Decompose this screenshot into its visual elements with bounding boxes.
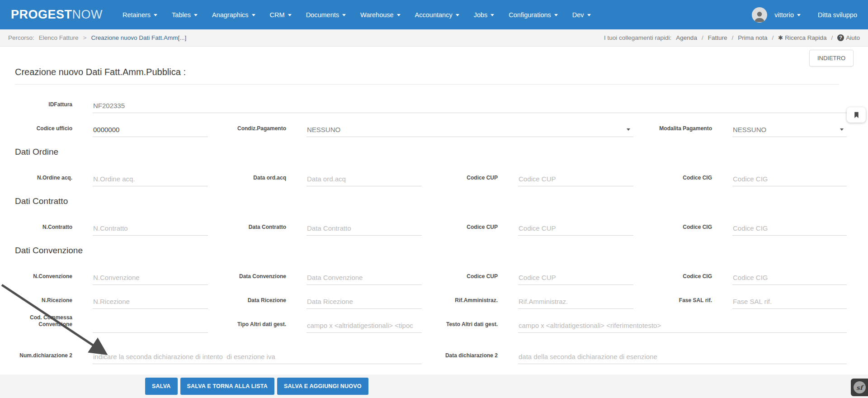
codice-cup-ordine-input[interactable]: [518, 173, 633, 186]
back-button[interactable]: INDIETRO: [809, 50, 854, 66]
form-row-pagamento: Codice ufficio Condiz.Pagamento NESSUNO …: [15, 113, 854, 137]
quick-link-label: Aiuto: [846, 34, 860, 41]
codice-ufficio-input[interactable]: [93, 123, 208, 137]
fase-sal-input[interactable]: [732, 295, 847, 309]
data-ord-input[interactable]: [307, 173, 422, 186]
data-contratto-label: Data Contratto: [208, 224, 307, 236]
codice-cig-contratto-label: Codice CIG: [633, 224, 732, 236]
data-dich2-label: Data dichiarazione 2: [422, 352, 518, 364]
menu-accountancy[interactable]: Accountancy: [408, 0, 467, 29]
data-convenzione-input[interactable]: [307, 271, 422, 285]
menu-label: Anagraphics: [212, 11, 249, 19]
tipo-altri-dati-label: Tipo Altri dati gest.: [208, 321, 307, 333]
data-contratto-input[interactable]: [307, 222, 422, 236]
breadcrumb-parent-link[interactable]: Elenco Fatture: [39, 34, 79, 41]
n-ricezione-input[interactable]: [93, 295, 208, 309]
n-ricezione-label: N.Ricezione: [15, 297, 93, 309]
num-dich2-input[interactable]: [93, 351, 422, 364]
breadcrumb: Percorso: Elenco Fatture > Creazione nuo…: [8, 34, 186, 41]
breadcrumb-separator: >: [83, 34, 87, 41]
codice-cup-contratto-input[interactable]: [518, 222, 633, 236]
data-ricezione-input[interactable]: [307, 295, 422, 309]
app-logo[interactable]: PROGESTNOW: [11, 8, 103, 22]
bookmark-icon: [853, 111, 860, 119]
menu-documents[interactable]: Documents: [299, 0, 353, 29]
quick-link-fatture[interactable]: Fatture: [708, 34, 727, 41]
save-and-return-button[interactable]: SALVA E TORNA ALLA LISTA: [180, 378, 274, 395]
cod-commessa-label: Cod. Commessa Convenzione: [15, 314, 93, 333]
menu-crm[interactable]: CRM: [263, 0, 299, 29]
menu-label: CRM: [270, 11, 285, 19]
idfattura-input[interactable]: [93, 100, 847, 113]
quick-links-label: I tuoi collegamenti rapidi:: [604, 34, 671, 41]
chevron-down-icon: [587, 14, 591, 16]
menu-label: Dev: [572, 11, 584, 19]
save-button[interactable]: SALVA: [145, 378, 178, 395]
save-and-add-new-button[interactable]: SALVA E AGGIUNGI NUOVO: [277, 378, 368, 395]
num-dich2-label: Num.dichiarazione 2: [15, 352, 93, 364]
menu-dev[interactable]: Dev: [565, 0, 598, 29]
testo-altri-dati-label: Testo Altri dati gest.: [422, 321, 518, 333]
form-row-contratto: N.Contratto Data Contratto Codice CUP Co…: [15, 212, 854, 236]
menu-retainers[interactable]: Retainers: [115, 0, 165, 29]
form-row-convenzione-1: N.Convenzione Data Convenzione Codice CU…: [15, 261, 854, 285]
codice-cup-ordine-label: Codice CUP: [422, 175, 518, 186]
footer-action-bar: SALVA SALVA E TORNA ALLA LISTA SALVA E A…: [0, 374, 868, 398]
menu-tables[interactable]: Tables: [165, 0, 205, 29]
selected-value: NESSUNO: [307, 126, 340, 133]
chevron-down-icon: [554, 14, 558, 16]
title-divider: [15, 84, 839, 85]
n-ordine-input[interactable]: [93, 173, 208, 186]
form-row-convenzione-3: Cod. Commessa Convenzione Tipo Altri dat…: [15, 309, 854, 333]
breadcrumb-prefix: Percorso:: [8, 34, 34, 41]
condiz-pagamento-select[interactable]: NESSUNO: [307, 123, 633, 137]
quick-link-ricerca-rapida[interactable]: ✱Ricerca Rapida: [778, 34, 826, 41]
codice-cig-convenzione-label: Codice CIG: [633, 273, 732, 285]
codice-cup-convenzione-input[interactable]: [518, 271, 633, 285]
menu-label: Configurations: [509, 11, 551, 19]
idfattura-label: IDFattura: [15, 101, 93, 113]
menu-anagraphics[interactable]: Anagraphics: [205, 0, 263, 29]
chevron-down-icon: [154, 14, 157, 16]
quick-link-separator: /: [702, 34, 703, 41]
data-dich2-input[interactable]: [518, 351, 847, 364]
section-dati-contratto: Dati Contratto: [15, 196, 854, 206]
codice-cig-ordine-input[interactable]: [732, 173, 847, 186]
form-row-idfattura: IDFattura: [15, 89, 854, 113]
codice-cig-convenzione-input[interactable]: [732, 271, 847, 285]
chevron-down-icon: [194, 14, 198, 16]
chevron-down-icon: [288, 14, 292, 16]
user-avatar[interactable]: [752, 7, 767, 23]
condiz-pagamento-label: Condiz.Pagamento: [208, 125, 307, 137]
company-link[interactable]: Ditta sviluppo: [818, 11, 857, 19]
main-menu: Retainers Tables Anagraphics CRM Documen…: [115, 0, 598, 29]
breadcrumb-current[interactable]: Creazione nuovo Dati Fatt.Amm[...]: [91, 34, 186, 41]
user-menu[interactable]: vittorio: [774, 11, 801, 19]
quick-link-aiuto[interactable]: ?Aiuto: [837, 34, 860, 41]
modalita-pagamento-label: Modalita Pagamento: [633, 125, 732, 137]
help-circle-icon: ?: [837, 34, 844, 41]
cod-commessa-input[interactable]: [93, 319, 208, 333]
n-contratto-input[interactable]: [93, 222, 208, 236]
n-convenzione-input[interactable]: [93, 271, 208, 285]
menu-label: Accountancy: [415, 11, 453, 19]
quick-link-prima-nota[interactable]: Prima nota: [738, 34, 767, 41]
menu-jobs[interactable]: Jobs: [467, 0, 502, 29]
codice-ufficio-label: Codice ufficio: [15, 125, 93, 137]
selected-value: NESSUNO: [733, 126, 766, 133]
quick-link-agenda[interactable]: Agenda: [676, 34, 697, 41]
testo-altri-dati-input[interactable]: [518, 319, 847, 333]
modalita-pagamento-select[interactable]: NESSUNO: [732, 123, 847, 137]
codice-cig-contratto-input[interactable]: [732, 222, 847, 236]
menu-configurations[interactable]: Configurations: [501, 0, 565, 29]
bookmark-button[interactable]: [847, 107, 866, 123]
tipo-altri-dati-input[interactable]: [307, 319, 422, 333]
chevron-down-icon: [342, 14, 346, 16]
debug-toolbar-toggle[interactable]: sf: [851, 379, 868, 396]
chevron-down-icon: [397, 14, 401, 16]
chevron-down-icon: [252, 14, 255, 16]
rif-amministraz-input[interactable]: [518, 295, 633, 309]
menu-warehouse[interactable]: Warehouse: [353, 0, 408, 29]
menu-label: Warehouse: [360, 11, 394, 19]
quick-link-separator: /: [731, 34, 733, 41]
